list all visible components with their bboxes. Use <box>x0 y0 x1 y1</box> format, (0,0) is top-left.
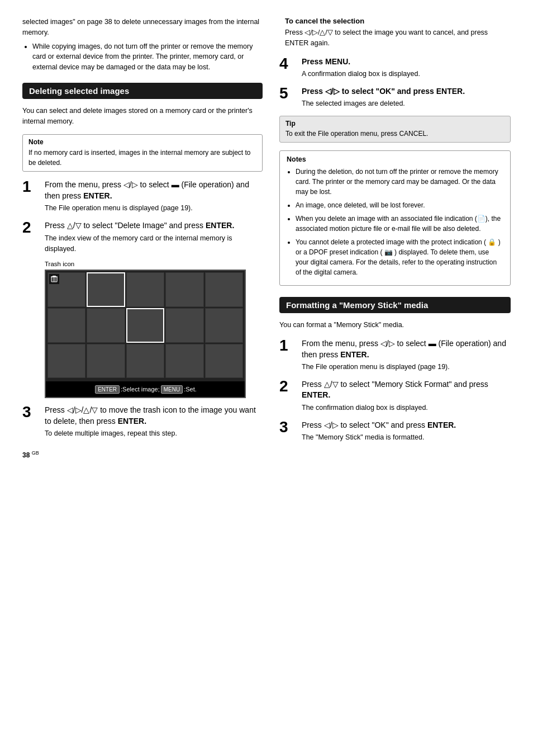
fmt-step-3-content: Press ◁/▷ to select "OK" and press ENTER… <box>302 420 511 443</box>
thumb-15 <box>205 344 243 379</box>
step-5-main: Press ◁/▷ to select "OK" and press ENTER… <box>302 86 511 97</box>
step-5: 5 Press ◁/▷ to select "OK" and press ENT… <box>279 86 511 109</box>
step-2-content: Press △/▽ to select "Delete Image" and p… <box>45 220 263 254</box>
step-3-sub: To delete multiple images, repeat this s… <box>45 428 263 439</box>
step-5-num: 5 <box>279 85 297 102</box>
left-column: selected images" on page 38 to delete un… <box>22 17 263 739</box>
note-title: Note <box>28 138 256 146</box>
thumb-4 <box>165 272 203 307</box>
note-item-2: An image, once deleted, will be lost for… <box>296 200 503 210</box>
thumb-7 <box>87 308 125 343</box>
step-3-main: Press ◁/▷/△/▽ to move the trash icon to … <box>45 405 263 427</box>
section1-body: You can select and delete images stored … <box>22 106 263 127</box>
thumb-9 <box>165 308 203 343</box>
step-4-main: Press MENU. <box>302 56 511 68</box>
intro-paragraph: selected images" on page 38 to delete un… <box>22 17 263 38</box>
tip-box: Tip To exit the File operation menu, pre… <box>279 116 511 143</box>
notes-list: During the deletion, do not turn off the… <box>287 167 503 277</box>
step-2-main: Press △/▽ to select "Delete Image" and p… <box>45 220 263 231</box>
notes-box: Notes During the deletion, do not turn o… <box>279 150 511 286</box>
step-2-num: 2 <box>22 219 40 237</box>
fmt-step-3-main: Press ◁/▷ to select "OK" and press ENTER… <box>302 420 511 431</box>
trash-label: Trash icon <box>45 261 263 267</box>
fmt-step-3: 3 Press ◁/▷ to select "OK" and press ENT… <box>279 420 511 443</box>
fmt-step-2-main: Press △/▽ to select "Memory Stick Format… <box>302 379 511 401</box>
thumb-6 <box>47 308 85 343</box>
thumb-12 <box>87 344 125 379</box>
step-4-sub: A confirmation dialog box is displayed. <box>302 69 511 79</box>
fmt-step-1: 1 From the menu, press ◁/▷ to select ▬ (… <box>279 338 511 372</box>
step-3-content: Press ◁/▷/△/▽ to move the trash icon to … <box>45 405 263 439</box>
fmt-step-1-num: 1 <box>279 337 297 355</box>
to-cancel-header: To cancel the selection <box>285 17 511 25</box>
thumb-3 <box>126 272 164 307</box>
thumb-1 <box>47 272 85 307</box>
fmt-step-1-content: From the menu, press ◁/▷ to select ▬ (Fi… <box>302 338 511 372</box>
fmt-step-3-sub: The "Memory Stick" media is formatted. <box>302 432 511 443</box>
step-4: 4 Press MENU. A confirmation dialog box … <box>279 56 511 79</box>
cancel-selection-section: To cancel the selection Press ◁/▷/△/▽ to… <box>279 17 511 49</box>
step-3-num: 3 <box>22 404 40 421</box>
fmt-step-2: 2 Press △/▽ to select "Memory Stick Form… <box>279 379 511 413</box>
tip-title: Tip <box>285 120 505 127</box>
note-item-4: You cannot delete a protected image with… <box>296 237 503 277</box>
step-1-sub: The File operation menu is displayed (pa… <box>45 203 263 214</box>
right-column: To cancel the selection Press ◁/▷/△/▽ to… <box>279 17 511 739</box>
section2-body: You can format a "Memory Stick" media. <box>279 320 511 330</box>
fmt-step-1-main: From the menu, press ◁/▷ to select ▬ (Fi… <box>302 338 511 360</box>
enter-badge: ENTER <box>95 385 120 394</box>
camera-ui-mockup: ENTER :Select image; MENU :Set. <box>45 270 246 398</box>
step-1: 1 From the menu, press ◁/▷ to select ▬ (… <box>22 179 263 214</box>
note-text: If no memory card is inserted, images in… <box>28 148 256 168</box>
note-item-1: During the deletion, do not turn off the… <box>296 167 503 197</box>
section2-title: Formatting a "Memory Stick" media <box>279 297 511 313</box>
tip-text: To exit the File operation menu, press C… <box>285 129 505 139</box>
intro-bullet: While copying images, do not turn off th… <box>32 41 263 73</box>
step-3: 3 Press ◁/▷/△/▽ to move the trash icon t… <box>22 405 263 439</box>
step-1-num: 1 <box>22 178 40 196</box>
thumb-2 <box>87 272 125 307</box>
page-number: 38 GB <box>22 450 263 459</box>
thumb-10 <box>205 308 243 343</box>
fmt-step-2-num: 2 <box>279 378 297 395</box>
fmt-step-3-num: 3 <box>279 419 297 436</box>
step-2-sub: The index view of the memory card or the… <box>45 233 263 254</box>
formatting-steps: 1 From the menu, press ◁/▷ to select ▬ (… <box>279 338 511 443</box>
thumb-14 <box>165 344 203 379</box>
note-item-3: When you delete an image with an associa… <box>296 214 503 234</box>
step-5-content: Press ◁/▷ to select "OK" and press ENTER… <box>302 86 511 109</box>
step-2: 2 Press △/▽ to select "Delete Image" and… <box>22 220 263 254</box>
trash-icon-area: Trash icon <box>45 261 263 398</box>
step-5-sub: The selected images are deleted. <box>302 98 511 109</box>
thumb-8 <box>126 308 164 343</box>
page: selected images" on page 38 to delete un… <box>0 0 533 756</box>
thumb-11 <box>47 344 85 379</box>
step-1-content: From the menu, press ◁/▷ to select ▬ (Fi… <box>45 179 263 214</box>
to-cancel-text: Press ◁/▷/△/▽ to select the image you wa… <box>285 27 511 49</box>
step-4-num: 4 <box>279 55 297 73</box>
camera-grid <box>46 271 245 380</box>
camera-ui-bar: ENTER :Select image; MENU :Set. <box>46 381 245 397</box>
fmt-step-2-sub: The confirmation dialog box is displayed… <box>302 403 511 413</box>
step-1-main: From the menu, press ◁/▷ to select ▬ (Fi… <box>45 179 263 201</box>
trash-icon <box>49 274 59 284</box>
fmt-step-1-sub: The File operation menu is displayed (pa… <box>302 362 511 372</box>
fmt-step-2-content: Press △/▽ to select "Memory Stick Format… <box>302 379 511 413</box>
notes-title: Notes <box>287 155 503 163</box>
intro-section: selected images" on page 38 to delete un… <box>22 17 263 73</box>
menu-badge: MENU <box>161 385 183 394</box>
note-box: Note If no memory card is inserted, imag… <box>22 134 263 172</box>
thumb-5 <box>205 272 243 307</box>
thumb-13 <box>126 344 164 379</box>
step-4-content: Press MENU. A confirmation dialog box is… <box>302 56 511 79</box>
section1-title: Deleting selected images <box>22 83 263 99</box>
